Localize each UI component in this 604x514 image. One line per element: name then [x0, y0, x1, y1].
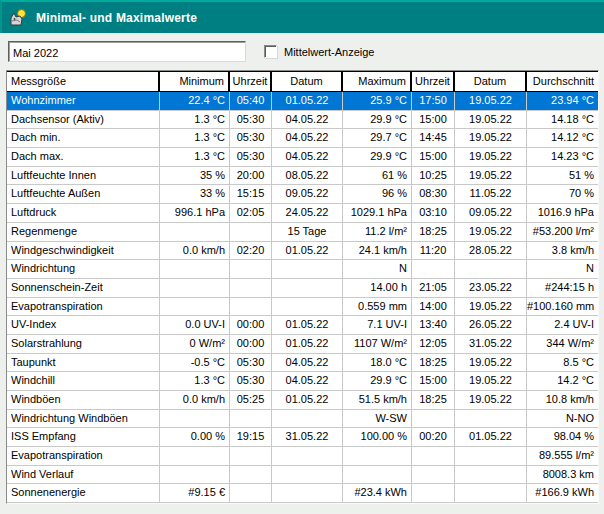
cell: -0.5 °C	[160, 354, 230, 373]
cell: 23.05.22	[455, 279, 527, 298]
cell: 18.0 °C	[343, 354, 412, 373]
cell: #100.160 mm	[527, 298, 598, 317]
cell: 11.2 l/m²	[343, 223, 412, 242]
cell: 18:25	[412, 354, 455, 373]
table-row[interactable]: Luftfeuchte Außen33 %15:1509.05.2296 %08…	[7, 185, 598, 204]
cell: 0 W/m²	[160, 335, 230, 354]
table-header-row: MessgrößeMinimumUhrzeitDatumMaximumUhrze…	[7, 71, 598, 92]
cell: #9.15 €	[160, 484, 230, 503]
cell: 0.0 UV-I	[160, 316, 230, 335]
table-row[interactable]: Solarstrahlung0 W/m²00:0001.05.221107 W/…	[7, 335, 598, 354]
cell: 0.559 mm	[343, 298, 412, 317]
table-row[interactable]: Windrichtung WindböenW-SWN-NO	[7, 410, 598, 429]
table-row[interactable]: Luftfeuchte Innen35 %20:0008.05.2261 %10…	[7, 167, 598, 186]
table-row[interactable]: Sonnenenergie#9.15 €#23.4 kWh#166.9 kWh	[7, 484, 598, 503]
table-row[interactable]: Evapotranspiration0.559 mm14:0019.05.22#…	[7, 298, 598, 317]
cell: 01.05.22	[455, 428, 527, 447]
cell: #244:15 h	[527, 279, 598, 298]
cell	[455, 447, 527, 466]
cell: 96 %	[343, 185, 412, 204]
cell: 05:30	[230, 148, 272, 167]
table-row[interactable]: WindrichtungNN	[7, 260, 598, 279]
cell	[160, 410, 230, 429]
table-row[interactable]: Dachsensor (Aktiv)1.3 °C05:3004.05.2229.…	[7, 111, 598, 130]
table-row[interactable]: ISS Empfang0.00 %19:1531.05.22100.00 %00…	[7, 428, 598, 447]
cell: 15:15	[230, 185, 272, 204]
cell: 61 %	[343, 167, 412, 186]
cell: 17:50	[412, 92, 455, 111]
cell: 1016.9 hPa	[527, 204, 598, 223]
cell: 21:05	[412, 279, 455, 298]
cell	[272, 279, 343, 298]
table-row[interactable]: Taupunkt-0.5 °C05:3004.05.2218.0 °C18:25…	[7, 354, 598, 373]
cell	[160, 298, 230, 317]
cell	[160, 466, 230, 485]
cell	[455, 410, 527, 429]
period-input[interactable]	[8, 41, 246, 62]
table-row[interactable]: Evapotranspiration89.555 l/m²	[7, 447, 598, 466]
cell	[412, 260, 455, 279]
table-row[interactable]: Wohnzimmer22.4 °C05:4001.05.2225.9 °C17:…	[7, 92, 598, 111]
cell: 13:40	[412, 316, 455, 335]
cell	[272, 410, 343, 429]
cell: 24.05.22	[272, 204, 343, 223]
cell: 11.05.22	[455, 185, 527, 204]
cell: #166.9 kWh	[527, 484, 598, 503]
cell: 00:20	[412, 428, 455, 447]
cell	[230, 298, 272, 317]
table-row[interactable]: Windböen0.0 km/h05:2501.05.2251.5 km/h18…	[7, 391, 598, 410]
cell	[412, 447, 455, 466]
cell	[272, 484, 343, 503]
cell: #53.200 l/m²	[527, 223, 598, 242]
mittelwert-checkbox-label: Mittelwert-Anzeige	[284, 46, 374, 58]
cell: Dach max.	[7, 148, 160, 167]
cell: Dachsensor (Aktiv)	[7, 111, 160, 130]
table-row[interactable]: Dach min.1.3 °C05:3004.05.2229.7 °C14:45…	[7, 129, 598, 148]
cell: 19.05.22	[455, 223, 527, 242]
cell: 0.0 km/h	[160, 391, 230, 410]
mittelwert-checkbox[interactable]	[264, 45, 277, 58]
cell: 14.12 °C	[527, 129, 598, 148]
cell: 01.05.22	[272, 391, 343, 410]
cell: 89.555 l/m²	[527, 447, 598, 466]
cell: 14.00 h	[343, 279, 412, 298]
cell: 00:00	[230, 316, 272, 335]
cell: 29.9 °C	[343, 372, 412, 391]
cell: 51.5 km/h	[343, 391, 412, 410]
table-row[interactable]: Regenmenge15 Tage11.2 l/m²18:2519.05.22#…	[7, 223, 598, 242]
cell	[160, 260, 230, 279]
cell	[160, 447, 230, 466]
cell: 15:00	[412, 148, 455, 167]
cell: 31.05.22	[455, 335, 527, 354]
titlebar[interactable]: Minimal- und Maximalwerte	[0, 0, 604, 33]
cell: 01.05.22	[272, 242, 343, 261]
table-row[interactable]: Windgeschwindigkeit0.0 km/h02:2001.05.22…	[7, 242, 598, 261]
table-row[interactable]: Windchill1.3 °C05:3004.05.2229.9 °C15:00…	[7, 372, 598, 391]
cell: 05:30	[230, 111, 272, 130]
cell: 05:30	[230, 372, 272, 391]
cell: Taupunkt	[7, 354, 160, 373]
cell: 14.2 °C	[527, 372, 598, 391]
weather-app-icon	[8, 8, 28, 28]
table-row[interactable]: Dach max.1.3 °C05:3004.05.2229.9 °C15:00…	[7, 148, 598, 167]
cell: Windgeschwindigkeit	[7, 242, 160, 261]
window-title: Minimal- und Maximalwerte	[36, 11, 197, 25]
table-row[interactable]: Wind Verlauf8008.3 km	[7, 466, 598, 485]
table-row[interactable]: Luftdruck996.1 hPa02:0524.05.221029.1 hP…	[7, 204, 598, 223]
cell: 29.9 °C	[343, 111, 412, 130]
cell: Evapotranspiration	[7, 298, 160, 317]
cell: 09.05.22	[272, 185, 343, 204]
cell: Windrichtung	[7, 260, 160, 279]
mittelwert-checkbox-group[interactable]: Mittelwert-Anzeige	[264, 45, 374, 58]
cell: 19.05.22	[455, 354, 527, 373]
cell: 33 %	[160, 185, 230, 204]
cell: Windrichtung Windböen	[7, 410, 160, 429]
table-row[interactable]: Sonnenschein-Zeit14.00 h21:0523.05.22#24…	[7, 279, 598, 298]
cell: 19.05.22	[455, 148, 527, 167]
cell: Regenmenge	[7, 223, 160, 242]
cell	[412, 484, 455, 503]
table-row[interactable]: UV-Index0.0 UV-I00:0001.05.227.1 UV-I13:…	[7, 316, 598, 335]
cell: 25.9 °C	[343, 92, 412, 111]
cell: 22.4 °C	[160, 92, 230, 111]
cell: 344 W/m²	[527, 335, 598, 354]
